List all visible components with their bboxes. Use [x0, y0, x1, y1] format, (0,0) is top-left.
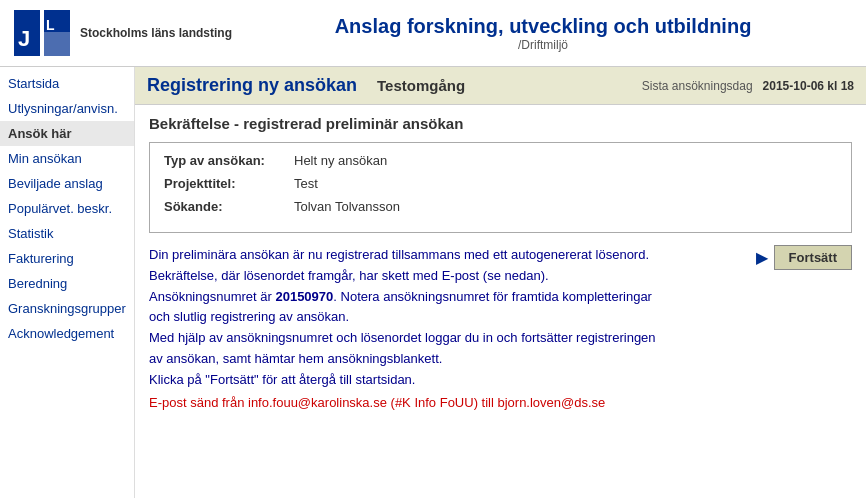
top-bar: Registrering ny ansökan Testomgång Sista… [135, 67, 866, 105]
deadline-label: Sista ansökningsdag [642, 79, 753, 93]
sidebar: StartsidaUtlysningar/anvisn.Ansök härMin… [0, 67, 135, 498]
svg-marker-2 [44, 32, 70, 56]
logo-area: J L Stockholms läns landsting [12, 8, 232, 58]
sidebar-item-10[interactable]: Acknowledgement [0, 321, 134, 346]
info-value-sokande: Tolvan Tolvansson [294, 199, 400, 214]
info-value-type: Helt ny ansökan [294, 153, 387, 168]
sidebar-item-0[interactable]: Startsida [0, 71, 134, 96]
msg-line5: Med hjälp av ansökningsnumret och löseno… [149, 328, 656, 349]
info-row-project: Projekttitel: Test [164, 176, 837, 191]
sidebar-item-7[interactable]: Fakturering [0, 246, 134, 271]
msg-line1: Din preliminära ansökan är nu registrera… [149, 245, 656, 266]
page-heading: Bekräftelse - registrerad preliminär ans… [149, 115, 852, 132]
deadline-area: Sista ansökningsdag 2015-10-06 kl 18 [642, 79, 854, 93]
button-float: ▶ Fortsätt [756, 245, 852, 270]
info-value-project: Test [294, 176, 318, 191]
sidebar-item-5[interactable]: Populärvet. beskr. [0, 196, 134, 221]
info-row-sokande: Sökande: Tolvan Tolvansson [164, 199, 837, 214]
info-label-project: Projekttitel: [164, 176, 294, 191]
msg-line3: Ansökningsnumret är 20150970. Notera ans… [149, 287, 656, 308]
msg-line4: och slutlig registrering av ansökan. [149, 307, 656, 328]
msg-line7: Klicka på "Fortsätt" för att återgå till… [149, 370, 656, 391]
content-area: Bekräftelse - registrerad preliminär ans… [135, 105, 866, 420]
layout: StartsidaUtlysningar/anvisn.Ansök härMin… [0, 67, 866, 498]
sidebar-item-9[interactable]: Granskningsgrupper [0, 296, 134, 321]
reg-title: Registrering ny ansökan [147, 75, 357, 96]
info-label-sokande: Sökande: [164, 199, 294, 214]
msg-appnum: 20150970 [275, 289, 333, 304]
info-row-type: Typ av ansökan: Helt ny ansökan [164, 153, 837, 168]
sidebar-item-4[interactable]: Beviljade anslag [0, 171, 134, 196]
fortsatt-button[interactable]: Fortsätt [774, 245, 852, 270]
sidebar-item-6[interactable]: Statistik [0, 221, 134, 246]
header: J L Stockholms läns landsting Anslag for… [0, 0, 866, 67]
msg-line6: av ansökan, samt hämtar hem ansökningsbl… [149, 349, 656, 370]
svg-text:L: L [46, 17, 55, 33]
main-content: Registrering ny ansökan Testomgång Sista… [135, 67, 866, 498]
sidebar-item-1[interactable]: Utlysningar/anvisn. [0, 96, 134, 121]
email-line: E-post sänd från info.fouu@karolinska.se… [149, 395, 852, 410]
info-box: Typ av ansökan: Helt ny ansökan Projektt… [149, 142, 852, 233]
play-icon: ▶ [756, 248, 768, 267]
message-block: Din preliminära ansökan är nu registrera… [149, 245, 852, 410]
header-title-area: Anslag forskning, utveckling och utbildn… [232, 15, 854, 52]
deadline-value: 2015-10-06 kl 18 [763, 79, 854, 93]
sub-env: /Driftmiljö [232, 38, 854, 52]
main-title: Anslag forskning, utveckling och utbildn… [232, 15, 854, 38]
sll-logo: J L [12, 8, 72, 58]
svg-text:J: J [18, 26, 30, 51]
org-name: Stockholms läns landsting [80, 26, 232, 40]
sidebar-item-3[interactable]: Min ansökan [0, 146, 134, 171]
testomgang-label: Testomgång [377, 77, 465, 94]
msg-line3-pre: Ansökningsnumret är [149, 289, 275, 304]
info-label-type: Typ av ansökan: [164, 153, 294, 168]
sidebar-item-8[interactable]: Beredning [0, 271, 134, 296]
sidebar-item-2[interactable]: Ansök här [0, 121, 134, 146]
msg-line2: Bekräftelse, där lösenordet framgår, har… [149, 266, 656, 287]
msg-line3-post: . Notera ansökningsnumret för framtida k… [333, 289, 652, 304]
blue-text-area: Din preliminära ansökan är nu registrera… [149, 245, 656, 391]
